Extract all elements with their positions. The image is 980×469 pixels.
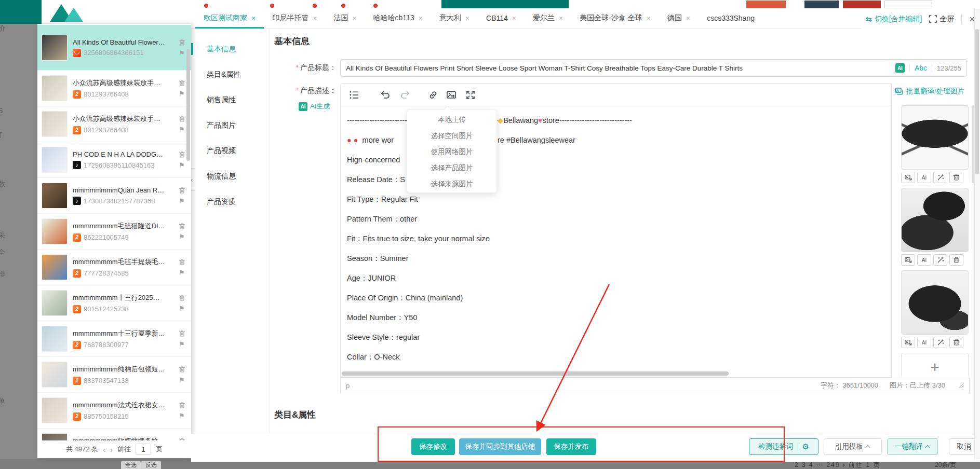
trash-icon[interactable] [179,39,185,46]
product-list-item[interactable]: mmmmmmmm软糯慵懒条纹水貂绒毛衣... ⚑ [37,429,191,440]
store-tab[interactable]: 法国 × [325,9,365,29]
nav-item[interactable]: 物流信息 [191,163,270,189]
product-list-item[interactable]: mmmmmmmmQuần Jean Rách, Dáng ... 1730873… [37,178,191,214]
store-tab[interactable]: 印尼半托管 × [264,9,325,29]
product-image[interactable] [901,270,969,335]
product-list-item[interactable]: All Kinds Of Beautiful Flowers Print S..… [37,25,191,71]
product-title-input[interactable] [346,64,891,72]
store-tab[interactable]: CB114 × [478,9,525,29]
product-image[interactable] [901,188,969,252]
menu-item[interactable]: 选择来源图片 [407,176,496,192]
trash-icon[interactable] [179,258,185,266]
store-tab[interactable]: 美国全球-沙盒 全球 × [571,9,659,29]
scrollbar-thumb[interactable] [342,371,729,376]
delete-image-icon[interactable] [949,337,963,348]
trash-icon[interactable] [179,330,185,337]
link-icon[interactable] [428,90,438,100]
flag-icon[interactable]: ⚑ [179,412,185,419]
close-icon[interactable]: × [686,14,690,22]
bullet-list-icon[interactable] [349,90,359,100]
close-icon[interactable]: × [352,14,356,22]
flag-icon[interactable]: ⚑ [179,162,185,169]
product-image[interactable] [901,105,969,170]
batch-translate-images-button[interactable]: 批量翻译/处理图片 [895,87,964,96]
add-image-button[interactable]: + [901,353,969,376]
menu-item[interactable]: 选择空间图片 [407,128,496,144]
save-and-sync-button[interactable]: 保存并同步到其他店铺 [459,438,541,455]
page-scrollbar-thumb[interactable] [975,29,979,174]
nav-item[interactable]: 产品视频 [191,138,270,163]
nav-item[interactable]: 销售属性 [191,87,270,113]
flag-icon[interactable]: ⚑ [179,90,185,97]
menu-item[interactable]: 使用网络图片 [407,144,496,160]
product-list-item[interactable]: 小众流苏高级感辣妹装放手机包小包包... 801293766408 ⚑ [37,106,191,142]
ai-badge-icon[interactable]: AI [895,63,905,73]
delete-image-icon[interactable] [949,172,963,183]
use-template-button[interactable]: 引用模板 [824,438,882,455]
magic-wand-icon[interactable] [933,337,947,348]
trash-icon[interactable] [179,402,185,409]
next-page-icon[interactable]: › [110,445,113,454]
replace-image-icon[interactable] [901,172,915,183]
nav-item[interactable]: 产品资质 [191,189,270,214]
gear-icon[interactable]: ⚙ [802,442,809,451]
nav-item[interactable]: 基本信息 [191,36,270,62]
store-tab[interactable]: 德国 × [659,9,699,29]
flag-icon[interactable]: ⚑ [179,377,185,383]
close-icon[interactable]: × [313,14,317,22]
flag-icon[interactable]: ⚑ [179,50,185,57]
save-and-publish-button[interactable]: 保存并发布 [546,438,596,455]
trash-icon[interactable] [179,79,185,87]
product-list-item[interactable]: mmmmmmmm法式连衣裙女2025夏季... 885750158215 ⚑ [37,393,191,429]
flag-icon[interactable]: ⚑ [179,198,185,204]
store-tab[interactable]: 意大利 × [431,9,478,29]
trash-icon[interactable] [179,187,185,194]
flag-icon[interactable]: ⚑ [179,269,185,276]
editor-fullscreen-icon[interactable] [465,90,476,100]
product-list-item[interactable]: mmmmmmmm毛毡猫隧道DIY拼色猫咪... 862221005749 ⚑ [37,214,191,250]
flag-icon[interactable]: ⚑ [179,233,185,240]
close-icon[interactable]: × [251,14,256,22]
ai-button[interactable]: AI [917,254,931,266]
flag-icon[interactable]: ⚑ [179,341,185,348]
store-tab[interactable]: 欧区测试商家 × [195,9,264,29]
trash-icon[interactable] [179,115,185,122]
replace-image-icon[interactable] [901,337,915,348]
case-convert-button[interactable]: Abc [915,64,927,72]
product-list-item[interactable]: mmmmmmmm毛毡手提袋毛毡礼品袋广... 777728374585 ⚑ [37,250,191,285]
store-tab[interactable]: 哈哈哈cb113 × [365,9,431,29]
resize-handle-icon[interactable] [959,383,964,388]
ai-generate-button[interactable]: AI AI生成 [299,102,330,111]
trash-icon[interactable] [179,294,185,301]
flag-icon[interactable]: ⚑ [179,126,185,133]
magic-wand-icon[interactable] [933,172,947,183]
product-list-item[interactable]: PH COD E N H A LA DODGERS, baju ... 1729… [37,142,191,178]
undo-icon[interactable] [380,90,391,100]
menu-item[interactable]: 选择产品图片 [407,160,496,176]
replace-image-icon[interactable] [901,254,915,266]
close-icon[interactable]: × [465,14,469,22]
magic-wand-icon[interactable] [933,254,947,266]
detect-banned-words-button[interactable]: 检测违禁词 ⚙ [749,438,818,455]
product-list-scrollbar[interactable] [186,49,190,161]
nav-item[interactable]: 产品图片 [191,113,270,138]
editor-horizontal-scrollbar[interactable] [342,371,890,376]
menu-item[interactable]: 本地上传 [407,112,496,128]
trash-icon[interactable] [179,151,185,158]
close-icon[interactable]: × [559,14,563,22]
close-icon[interactable]: × [647,14,651,22]
trash-icon[interactable] [179,223,185,230]
fullscreen-button[interactable]: 全屏 [929,15,954,24]
flag-icon[interactable]: ⚑ [179,305,185,312]
one-click-translate-button[interactable]: 一键翻译 [887,438,938,455]
redo-icon[interactable] [400,90,410,100]
delete-image-icon[interactable] [949,254,963,266]
switch-merge-edit-button[interactable]: ⇆ 切换[合并编辑] [865,15,922,24]
store-tab[interactable]: cscs333Shang × [699,9,763,29]
product-list-item[interactable]: 小众流苏高级感辣妹装放手机包小包包... 801293766408 ⚑ [37,71,191,106]
page-number-input[interactable] [136,444,151,455]
nav-item[interactable]: 类目&属性 [191,62,270,87]
product-list-item[interactable]: mmmmmmmm十三行夏季新款雪纺法式... 768788300977 ⚑ [37,321,191,357]
prev-page-icon[interactable]: ‹ [103,445,105,454]
close-icon[interactable]: × [512,14,516,22]
